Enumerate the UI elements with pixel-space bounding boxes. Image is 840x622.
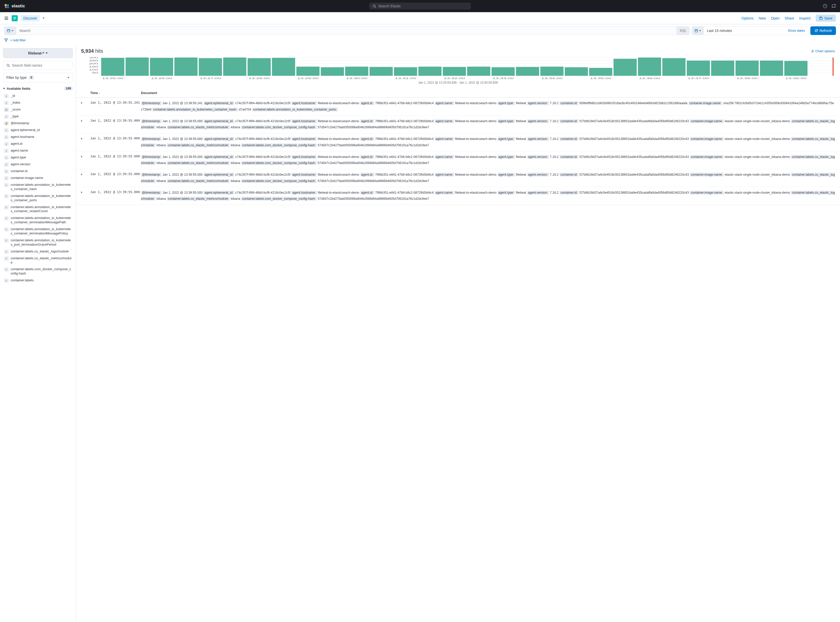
app-nav-bar: D Discover Options New Open Share Inspec… xyxy=(0,12,840,24)
field-item[interactable]: tagent.version xyxy=(3,161,73,168)
query-language-switch[interactable]: KQL xyxy=(677,27,689,35)
field-type-icon: t xyxy=(4,156,9,160)
share-link[interactable]: Share xyxy=(785,16,794,20)
field-item[interactable]: tcontainer.labels. xyxy=(3,277,73,284)
expand-row-button[interactable] xyxy=(81,100,90,105)
elastic-logo-icon xyxy=(4,3,10,9)
field-type-icon: # xyxy=(4,108,9,112)
field-search-input[interactable]: Search field names xyxy=(3,61,73,70)
field-type-icon: t xyxy=(4,163,9,166)
table-header: Time ↓ Document xyxy=(76,88,840,98)
document-row: Jan 1, 2022 @ 13:39:55.000@timestamp: Ja… xyxy=(76,151,840,169)
field-item[interactable]: tcontainer.labels.annotation_io_kubernet… xyxy=(3,226,73,237)
global-search[interactable]: Search Elastic xyxy=(369,3,471,9)
query-menu-button[interactable] xyxy=(4,27,16,35)
time-column-header[interactable]: Time ↓ xyxy=(90,91,141,95)
show-dates-button[interactable]: Show dates xyxy=(785,27,808,35)
expand-row-button[interactable] xyxy=(81,190,90,194)
field-name-label: agent.type xyxy=(11,156,26,160)
time-cell: Jan 1, 2022 @ 13:39:55.000 xyxy=(90,136,141,140)
field-name-label: container.labels.co_elastic_metrics/modu… xyxy=(11,256,72,265)
document-row: Jan 1, 2022 @ 13:39:55.000@timestamp: Ja… xyxy=(76,133,840,151)
time-cell: Jan 1, 2022 @ 13:39:55.000 xyxy=(90,154,141,158)
filter-icon[interactable] xyxy=(4,38,8,42)
svg-text:13:31:00: 13:31:00 xyxy=(395,77,416,79)
field-item[interactable]: tcontainer.labels.com_docker_compose_con… xyxy=(3,266,73,277)
svg-text:13:27:00: 13:27:00 xyxy=(200,77,221,79)
field-item[interactable]: t_type xyxy=(3,113,73,120)
field-item[interactable]: tcontainer.id xyxy=(3,168,73,175)
field-item[interactable]: tcontainer.labels.annotation_io_kubernet… xyxy=(3,193,73,204)
field-item[interactable]: tcontainer.labels.annotation_io_kubernet… xyxy=(3,181,73,193)
histogram-chart[interactable]: 5010015020025030013:25:0013:26:0013:27:0… xyxy=(76,57,840,88)
svg-point-12 xyxy=(8,29,10,30)
svg-point-26 xyxy=(7,64,9,66)
app-name-link[interactable]: Discover xyxy=(21,15,40,21)
field-item[interactable]: #_score xyxy=(3,106,73,113)
document-row: Jan 1, 2022 @ 13:39:55.000@timestamp: Ja… xyxy=(76,187,840,205)
help-icon[interactable] xyxy=(823,4,827,8)
time-quick-menu[interactable] xyxy=(692,27,704,35)
field-item[interactable]: tcontainer.labels.annotation_io_kubernet… xyxy=(3,215,73,226)
space-selector[interactable]: D xyxy=(12,15,18,21)
field-item[interactable]: 🗓@timestamp xyxy=(3,120,73,127)
index-pattern-selector[interactable]: filebeat-* xyxy=(3,48,73,58)
svg-text:100: 100 xyxy=(89,69,98,71)
field-item[interactable]: tagent.ephemeral_id xyxy=(3,127,73,134)
hamburger-icon[interactable] xyxy=(4,16,9,21)
query-input[interactable]: Search xyxy=(16,27,677,35)
refresh-button[interactable]: Refresh xyxy=(810,26,836,35)
new-link[interactable]: New xyxy=(759,16,766,20)
breadcrumb-chevron-icon[interactable] xyxy=(43,17,44,19)
svg-rect-63 xyxy=(638,58,661,76)
field-item[interactable]: tagent.name xyxy=(3,147,73,154)
options-link[interactable]: Options xyxy=(741,16,753,20)
field-item[interactable]: tagent.type xyxy=(3,154,73,161)
newsfeed-icon[interactable] xyxy=(831,4,836,8)
time-cell: Jan 1, 2022 @ 13:39:55.000 xyxy=(90,172,141,176)
field-item[interactable]: t_index xyxy=(3,99,73,106)
available-fields-header[interactable]: Available fields 249 xyxy=(3,85,73,91)
field-name-label: container.labels.co_elastic_logs/module xyxy=(11,249,69,254)
expand-row-button[interactable] xyxy=(81,172,90,176)
field-name-label: container.labels.annotation_io_kubernete… xyxy=(11,238,72,247)
svg-text:13:29:00: 13:29:00 xyxy=(297,77,319,79)
field-type-icon: t xyxy=(4,135,9,139)
field-name-label: _type xyxy=(11,114,19,119)
expand-row-button[interactable] xyxy=(81,154,90,159)
search-icon xyxy=(6,64,10,67)
svg-text:13:37:00: 13:37:00 xyxy=(688,77,709,79)
save-button[interactable]: Save xyxy=(816,15,836,22)
field-type-icon: t xyxy=(4,250,9,254)
sort-down-icon: ↓ xyxy=(99,91,101,95)
time-range-text[interactable]: Last 15 minutes xyxy=(704,27,785,35)
field-item[interactable]: tagent.hostname xyxy=(3,134,73,140)
field-item[interactable]: tcontainer.labels.co_elastic_logs/module xyxy=(3,248,73,255)
field-item[interactable]: t_id xyxy=(3,93,73,99)
elastic-logo[interactable]: elastic xyxy=(4,3,25,9)
filter-by-type[interactable]: Filter by type 0 xyxy=(3,73,73,82)
document-column-header[interactable]: Document xyxy=(141,91,835,95)
gear-icon xyxy=(811,49,814,53)
inspect-link[interactable]: Inspect xyxy=(799,16,811,20)
results-panel: 5,934 hits Chart options 501001502002503… xyxy=(76,45,840,622)
expand-row-button[interactable] xyxy=(81,118,90,123)
open-link[interactable]: Open xyxy=(771,16,779,20)
field-item[interactable]: tagent.id xyxy=(3,140,73,147)
field-type-icon: t xyxy=(4,128,9,132)
field-item[interactable]: tcontainer.image.name xyxy=(3,175,73,181)
add-filter-button[interactable]: + Add filter xyxy=(10,38,26,42)
svg-text:13:34:00: 13:34:00 xyxy=(541,77,563,79)
field-item[interactable]: tcontainer.labels.co_elastic_metrics/mod… xyxy=(3,255,73,266)
svg-text:250: 250 xyxy=(89,59,98,62)
chart-options-button[interactable]: Chart options xyxy=(811,49,835,53)
field-item[interactable]: tcontainer.labels.annotation_io_kubernet… xyxy=(3,237,73,248)
chevron-down-icon xyxy=(46,52,48,54)
svg-rect-11 xyxy=(820,17,822,18)
field-type-icon: t xyxy=(4,101,9,105)
field-item[interactable]: tcontainer.labels.annotation_io_kubernet… xyxy=(3,204,73,215)
svg-rect-45 xyxy=(199,58,222,76)
chevron-down-icon xyxy=(67,77,69,78)
expand-row-button[interactable] xyxy=(81,136,90,140)
svg-line-5 xyxy=(375,7,376,8)
